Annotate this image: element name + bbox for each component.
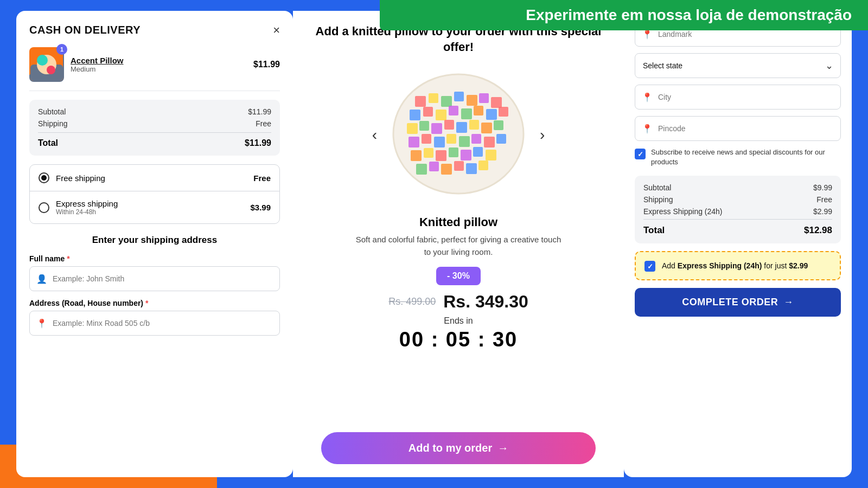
svg-rect-26	[469, 120, 479, 130]
pincode-input[interactable]	[658, 124, 834, 133]
full-name-label: Full name *	[29, 254, 280, 263]
right-express-label: Express Shipping (24h)	[643, 207, 723, 216]
svg-point-4	[47, 66, 55, 74]
svg-rect-40	[449, 147, 458, 157]
location-icon: 📍	[36, 318, 47, 329]
address-section-title: Enter your shipping address	[29, 235, 280, 246]
svg-rect-11	[479, 93, 489, 103]
pincode-icon: 📍	[642, 124, 653, 134]
svg-rect-23	[431, 123, 442, 134]
svg-rect-44	[416, 164, 427, 175]
svg-rect-27	[481, 123, 492, 133]
svg-rect-33	[459, 136, 470, 147]
svg-rect-31	[434, 137, 445, 147]
express-upsell-text: Add Express Shipping (24h) for just $2.9…	[662, 261, 808, 272]
svg-rect-7	[429, 93, 438, 103]
right-subtotal-label: Subtotal	[643, 183, 671, 192]
product-size: Medium	[71, 65, 247, 73]
middle-offer-panel: Add a knitted pillow to your order with …	[293, 11, 624, 477]
address-label: Address (Road, House number) *	[29, 299, 280, 307]
shipping-label: Shipping	[38, 119, 68, 128]
pincode-field-wrap: 📍	[635, 116, 841, 141]
landmark-input[interactable]	[658, 30, 834, 38]
person-icon: 👤	[36, 274, 47, 284]
svg-rect-30	[422, 134, 431, 144]
svg-rect-43	[486, 150, 496, 160]
complete-order-button[interactable]: COMPLETE ORDER →	[635, 288, 841, 317]
subscribe-label: Subscribe to receive news and special di…	[651, 147, 841, 167]
svg-rect-49	[478, 160, 488, 170]
full-name-input[interactable]	[53, 274, 273, 283]
svg-rect-42	[473, 147, 483, 157]
total-value: $11.99	[245, 138, 271, 148]
left-checkout-panel: CASH ON DELIVERY × 1 Accent Pillow	[16, 11, 293, 477]
express-upsell-box: Add Express Shipping (24h) for just $2.9…	[635, 251, 841, 280]
svg-rect-12	[491, 97, 502, 108]
ends-in-label: Ends in	[444, 316, 473, 326]
svg-rect-20	[499, 107, 508, 117]
shipping-options: Free shipping Free Express shipping With…	[29, 164, 280, 224]
add-to-order-button[interactable]: Add to my order →	[321, 432, 596, 464]
svg-rect-18	[474, 106, 483, 115]
state-select[interactable]: Select state	[635, 53, 841, 78]
svg-rect-14	[423, 107, 433, 117]
pillow-product-desc: Soft and colorful fabric, perfect for gi…	[355, 234, 561, 258]
svg-rect-19	[486, 109, 497, 120]
express-upsell-checkbox[interactable]	[644, 261, 655, 272]
subscribe-checkbox[interactable]	[635, 149, 646, 159]
right-shipping-value: Free	[816, 195, 832, 204]
state-select-wrap: Select state ⌄	[635, 53, 841, 78]
sale-price: Rs. 349.30	[443, 292, 528, 312]
express-shipping-option[interactable]: Express shipping Within 24-48h $3.99	[30, 191, 279, 223]
right-shipping-label: Shipping	[643, 195, 673, 204]
svg-rect-46	[441, 164, 452, 175]
svg-rect-34	[471, 134, 481, 144]
svg-rect-8	[441, 96, 452, 107]
free-shipping-price: Free	[253, 174, 271, 183]
shipping-value: Free	[256, 119, 271, 128]
product-carousel: ‹	[306, 63, 611, 207]
subtotal-label: Subtotal	[38, 107, 66, 116]
carousel-prev[interactable]: ‹	[367, 126, 382, 144]
address-input[interactable]	[53, 319, 273, 328]
free-shipping-option[interactable]: Free shipping Free	[30, 165, 279, 191]
svg-rect-21	[407, 123, 418, 134]
city-field-wrap: 📍	[635, 85, 841, 110]
svg-rect-24	[444, 120, 454, 130]
product-row: 1 Accent Pillow Medium $11.99	[29, 47, 280, 91]
svg-rect-22	[419, 121, 429, 131]
svg-rect-16	[449, 106, 458, 115]
svg-rect-17	[461, 108, 472, 119]
pillow-product-name: Knitted pillow	[419, 215, 497, 229]
svg-rect-39	[436, 150, 446, 161]
svg-rect-29	[409, 137, 419, 147]
svg-rect-35	[484, 137, 495, 147]
discount-badge: - 30%	[436, 267, 481, 285]
svg-rect-37	[411, 150, 422, 161]
right-subtotal-value: $9.99	[813, 183, 832, 192]
svg-rect-38	[424, 148, 433, 158]
svg-rect-6	[415, 96, 426, 107]
right-express-value: $2.99	[813, 207, 832, 216]
express-shipping-name: Express shipping	[56, 199, 244, 208]
express-shipping-price: $3.99	[250, 203, 271, 212]
free-shipping-name: Free shipping	[56, 174, 247, 183]
express-shipping-radio[interactable]	[39, 202, 49, 213]
right-order-summary: Subtotal $9.99 Shipping Free Express Shi…	[635, 176, 841, 243]
svg-rect-47	[454, 161, 464, 171]
full-name-group: Full name * 👤	[29, 254, 280, 291]
countdown-timer: 00 : 05 : 30	[399, 328, 518, 351]
free-shipping-radio[interactable]	[39, 172, 49, 183]
svg-rect-28	[494, 120, 503, 130]
panel-title: CASH ON DELIVERY	[29, 24, 141, 36]
product-price: $11.99	[253, 60, 280, 69]
city-input[interactable]	[658, 93, 834, 101]
close-button[interactable]: ×	[273, 24, 280, 36]
carousel-next[interactable]: ›	[534, 126, 550, 144]
knitted-pillow-image	[382, 63, 534, 207]
right-total-value: $12.98	[804, 225, 832, 236]
address-group: Address (Road, House number) * 📍	[29, 299, 280, 336]
promo-banner: Experimente em nossa loja de demonstraçã…	[380, 0, 868, 30]
express-shipping-sub: Within 24-48h	[56, 208, 244, 216]
right-total-label: Total	[643, 225, 665, 236]
